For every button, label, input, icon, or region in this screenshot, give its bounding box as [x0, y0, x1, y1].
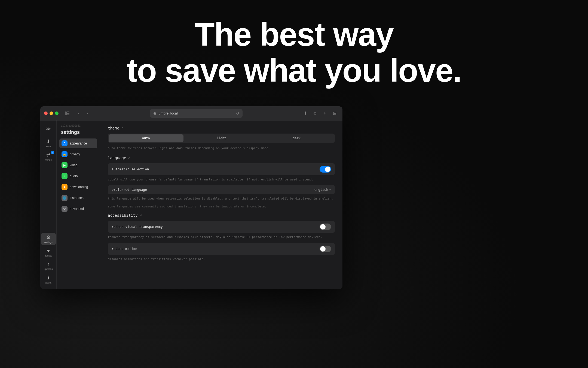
accessibility-title: accessibility	[108, 213, 138, 218]
nav-item-privacy[interactable]: 🔒 privacy	[59, 149, 97, 159]
traffic-lights	[44, 111, 59, 115]
downloading-label: downloading	[70, 185, 88, 189]
sidebar-item-remux[interactable]: ⇄ β remux	[41, 150, 56, 163]
about-icon: ℹ	[47, 275, 49, 281]
share-icon[interactable]: ⎋	[311, 109, 319, 117]
reduce-transparency-toggle[interactable]	[320, 224, 331, 230]
traffic-light-green[interactable]	[55, 111, 59, 115]
reduce-motion-row: reduce motion	[108, 243, 335, 255]
toggle-knob	[325, 167, 330, 172]
preferred-value-text: english	[314, 188, 328, 192]
nav-item-audio[interactable]: ♪ audio	[59, 171, 97, 181]
updates-label: updates	[44, 268, 53, 270]
reload-icon[interactable]: ↺	[236, 111, 239, 116]
automatic-toggle[interactable]	[320, 166, 331, 173]
sidebar-item-save[interactable]: ⬇ save	[41, 137, 56, 149]
donate-label: donate	[45, 254, 52, 257]
url-bar[interactable]: ⊕ umbrel.local ↺	[150, 109, 243, 118]
video-label: video	[70, 163, 78, 167]
sidebar-toggle-button[interactable]	[63, 110, 71, 117]
nav-buttons: ‹ ›	[75, 110, 91, 117]
nav-item-advanced[interactable]: ⚙ advanced	[59, 204, 97, 214]
theme-light[interactable]: light	[184, 134, 259, 142]
remux-label: remux	[45, 159, 52, 161]
nav-item-video[interactable]: ▶ video	[59, 160, 97, 170]
theme-desc: auto theme switches between light and da…	[108, 146, 335, 151]
appearance-icon: A	[62, 140, 68, 146]
theme-title: theme	[108, 126, 119, 130]
audio-label: audio	[70, 174, 78, 178]
svg-rect-0	[65, 111, 67, 115]
forward-button[interactable]: ›	[84, 110, 91, 117]
back-button[interactable]: ‹	[75, 110, 82, 117]
browser-actions: ⬇ ⎋ ＋ ⊞	[301, 109, 339, 117]
remux-badge: β	[51, 151, 54, 154]
nav-title: settings	[59, 129, 97, 135]
language-link-icon[interactable]: ↗	[128, 156, 130, 160]
theme-selector: auto light dark	[108, 134, 335, 143]
reduce-transparency-desc: reduces transparency of surfaces and dis…	[108, 235, 335, 240]
reduce-motion-label: reduce motion	[112, 247, 137, 251]
nav-panel: v10.6-ca000b51 settings A appearance 🔒 p…	[57, 120, 100, 289]
lang-community-desc: some languages use community-sourced tra…	[108, 204, 335, 209]
updates-icon: ↑	[47, 261, 50, 267]
accessibility-link-icon[interactable]: ↗	[139, 213, 142, 217]
theme-link-icon[interactable]: ↗	[121, 126, 124, 130]
privacy-label: privacy	[70, 152, 80, 156]
theme-auto[interactable]: auto	[109, 134, 183, 142]
advanced-icon: ⚙	[62, 206, 68, 212]
nav-item-instances[interactable]: 🌐 instances	[59, 193, 97, 203]
language-title: language	[108, 156, 126, 160]
preferred-label: preferred language	[112, 188, 147, 192]
main-content: theme ↗ auto light dark auto theme switc…	[100, 120, 342, 289]
reduce-transparency-row: reduce visual transparency	[108, 221, 335, 233]
automatic-selection-row: automatic selection	[108, 163, 335, 175]
accessibility-section-header: accessibility ↗	[108, 213, 335, 218]
audio-icon: ♪	[62, 173, 68, 179]
reduce-motion-toggle[interactable]	[320, 246, 331, 252]
sidebar-item-settings[interactable]: ⚙ settings	[41, 233, 56, 245]
theme-section-header: theme ↗	[108, 126, 335, 130]
video-icon: ▶	[62, 162, 68, 168]
sidebar-item-updates[interactable]: ↑ updates	[41, 260, 56, 272]
traffic-light-yellow[interactable]	[50, 111, 53, 115]
download-icon[interactable]: ⬇	[301, 109, 309, 117]
auto-lang-desc: cobalt will use your browser's default l…	[108, 177, 335, 182]
theme-dark[interactable]: dark	[259, 134, 334, 142]
about-label: about	[45, 281, 51, 284]
sidebar-item-about[interactable]: ℹ about	[41, 273, 56, 286]
sidebar-item-donate[interactable]: ♥ donate	[41, 246, 56, 259]
new-tab-icon[interactable]: ＋	[321, 109, 329, 117]
motion-toggle-knob	[320, 246, 326, 252]
nav-item-appearance[interactable]: A appearance	[59, 138, 97, 148]
privacy-icon: 🔒	[62, 151, 68, 157]
downloading-icon: ⬇	[62, 184, 68, 190]
traffic-light-red[interactable]	[44, 111, 48, 115]
automatic-label: automatic selection	[112, 167, 149, 171]
app-version: v10.6-ca000b51	[59, 124, 97, 127]
app-layout: >> ⬇ save ⇄ β remux ⚙ settings ♥ donate …	[40, 120, 342, 289]
app-sidebar: >> ⬇ save ⇄ β remux ⚙ settings ♥ donate …	[40, 120, 57, 289]
chevron-down-icon: ⌃	[329, 188, 331, 192]
svg-rect-2	[67, 113, 69, 114]
reduce-transparency-label: reduce visual transparency	[112, 225, 163, 229]
tabs-icon[interactable]: ⊞	[330, 109, 339, 117]
donate-icon: ♥	[47, 248, 50, 254]
app-logo: >>	[44, 124, 53, 134]
nav-item-downloading[interactable]: ⬇ downloading	[59, 182, 97, 192]
instances-icon: 🌐	[62, 195, 68, 201]
remux-icon: ⇄	[46, 152, 50, 158]
url-bar-wrap: ⊕ umbrel.local ↺	[97, 109, 296, 118]
settings-label: settings	[44, 241, 53, 244]
reduce-motion-desc: disables animations and transitions when…	[108, 257, 335, 262]
instances-label: instances	[70, 196, 84, 200]
browser-window: ‹ › ⊕ umbrel.local ↺ ⬇ ⎋ ＋ ⊞ >> ⬇ save	[40, 106, 342, 289]
preferred-value-select[interactable]: english ⌃	[314, 188, 331, 192]
language-section-header: language ↗	[108, 156, 335, 160]
browser-chrome: ‹ › ⊕ umbrel.local ↺ ⬇ ⎋ ＋ ⊞	[40, 106, 342, 120]
preferred-lang-desc: this language will be used when automati…	[108, 197, 335, 201]
svg-rect-3	[67, 114, 69, 115]
save-label: save	[46, 145, 51, 148]
url-text: umbrel.local	[159, 111, 178, 115]
advanced-label: advanced	[70, 207, 84, 211]
